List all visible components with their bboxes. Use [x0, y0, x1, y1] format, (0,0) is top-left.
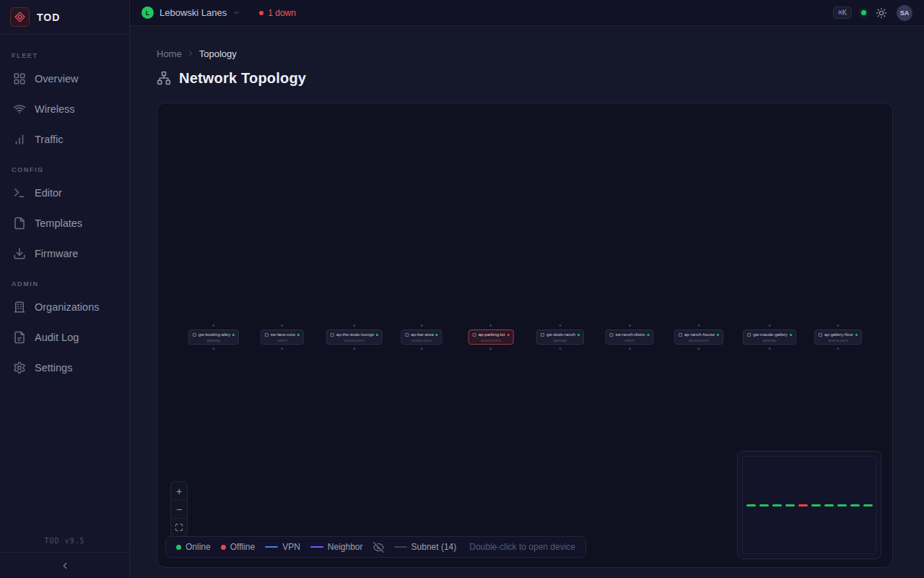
node-port-handle [490, 348, 492, 350]
terminal-icon [13, 186, 26, 199]
topology-node[interactable]: ap-parking-lotaccess point [468, 329, 514, 345]
topology-node[interactable]: gw-dude-ranchgateway [536, 329, 584, 345]
node-port-handle [281, 348, 283, 350]
topology-legend: Online Offline VPN Neighbor [165, 536, 586, 558]
chevron-right-icon [186, 49, 195, 58]
sidebar-item-settings[interactable]: Settings [7, 353, 122, 383]
minimap[interactable] [737, 451, 881, 559]
theme-toggle-sun-icon[interactable] [876, 7, 887, 19]
breadcrumb-home-link[interactable]: Home [157, 48, 182, 59]
topbar-actions: ⌘K SA [833, 5, 912, 21]
topology-node[interactable]: gw-bowling-alleygateway [188, 329, 239, 345]
node-status-dot [790, 334, 792, 336]
fit-view-button[interactable] [171, 518, 187, 536]
device-icon [265, 333, 269, 337]
device-icon [473, 333, 476, 337]
devices-down-badge[interactable]: 1 down [259, 8, 296, 18]
topology-node[interactable]: ap-the-dude-loungeaccess point [326, 329, 383, 345]
topology-node[interactable]: gw-maude-gallerygateway [743, 329, 796, 345]
node-status-dot [717, 334, 719, 336]
section-label-config: CONFIG [12, 166, 118, 173]
sidebar-collapse-button[interactable] [0, 552, 129, 578]
topology-node[interactable]: ap-gallery-flooraccess point [814, 329, 862, 345]
breadcrumb: Home Topology [157, 48, 893, 59]
node-type: gateway [554, 338, 567, 342]
legend-online-label: Online [186, 542, 211, 552]
node-status-dot [436, 334, 438, 336]
page-header: Network Topology [157, 68, 893, 88]
node-label: ap-ranch-house [684, 332, 715, 337]
node-port-handle [837, 324, 840, 327]
sidebar-item-firmware[interactable]: Firmware [7, 238, 122, 269]
wifi-icon [13, 103, 26, 116]
sidebar-item-organizations[interactable]: Organizations [7, 292, 122, 322]
device-icon [405, 333, 409, 337]
node-port-handle [490, 324, 492, 327]
offline-dot-icon [259, 11, 263, 15]
user-avatar[interactable]: SA [897, 5, 912, 21]
zoom-controls: + − [170, 481, 188, 537]
node-label: sw-lane-core [271, 332, 295, 337]
node-port-handle [559, 324, 562, 327]
sidebar-footer: TOD v9.5 [0, 532, 129, 578]
logo-button[interactable]: TOD [0, 0, 129, 35]
node-type: access point [689, 338, 709, 342]
node-status-dot [855, 334, 858, 336]
legend-vpn-label: VPN [282, 542, 300, 552]
node-port-handle [559, 348, 562, 350]
sidebar-item-label: Templates [35, 217, 82, 229]
node-status-dot [648, 334, 650, 336]
node-type: switch [624, 338, 635, 342]
sidebar-item-templates[interactable]: Templates [7, 208, 122, 238]
topology-canvas[interactable]: gw-bowling-alleygatewaysw-lane-coreswitc… [157, 103, 893, 568]
devices-down-count: 1 down [268, 8, 296, 18]
section-label-admin: ADMIN [12, 280, 118, 288]
node-port-handle [837, 348, 840, 350]
sidebar-item-traffic[interactable]: Traffic [7, 124, 122, 155]
zoom-in-button[interactable]: + [171, 482, 187, 500]
device-icon [541, 333, 544, 337]
device-icon [819, 333, 822, 337]
toggle-subnet-visibility-button[interactable] [373, 542, 384, 553]
org-name: Lebowski Lanes [160, 7, 227, 18]
node-port-handle [212, 324, 214, 327]
command-palette-shortcut[interactable]: ⌘K [833, 7, 852, 19]
topology-node[interactable]: sw-lane-coreswitch [261, 329, 304, 345]
building-icon [13, 301, 26, 314]
legend-online: Online [176, 542, 211, 552]
sidebar-item-overview[interactable]: Overview [7, 64, 122, 94]
node-type: gateway [207, 338, 221, 342]
app-version: TOD v9.5 [0, 532, 129, 552]
sidebar-item-audit-log[interactable]: Audit Log [7, 322, 122, 353]
sidebar-item-editor[interactable]: Editor [7, 178, 122, 208]
sidebar-item-wireless[interactable]: Wireless [7, 94, 122, 124]
org-avatar: L [141, 7, 154, 19]
eye-off-icon [373, 542, 384, 553]
download-icon [13, 247, 26, 260]
node-port-handle [354, 348, 356, 350]
legend-offline: Offline [221, 542, 255, 552]
breadcrumb-current: Topology [199, 48, 237, 59]
offline-dot-icon [221, 545, 226, 550]
node-port-handle [420, 348, 422, 350]
main-content: Home Topology Network Topology gw-bowlin… [130, 26, 924, 578]
legend-subnet-label: Subnet (14) [411, 542, 457, 552]
network-topology-icon [157, 71, 171, 85]
sidebar-item-label: Wireless [35, 103, 75, 115]
legend-subnet: Subnet (14) [394, 542, 457, 552]
maximize-icon [175, 523, 183, 532]
topology-node[interactable]: sw-ranch-distroswitch [605, 329, 653, 345]
topology-node[interactable]: ap-bar-areaaccess point [401, 329, 442, 345]
topology-node[interactable]: ap-ranch-houseaccess point [674, 329, 723, 345]
org-switcher[interactable]: L Lebowski Lanes [141, 7, 240, 19]
node-status-dot [507, 334, 509, 336]
chevron-down-icon [232, 9, 240, 17]
node-port-handle [628, 348, 630, 350]
node-label: ap-bar-area [411, 332, 433, 337]
gear-icon [13, 361, 26, 374]
system-status-dot [861, 10, 866, 15]
legend-neighbor: Neighbor [310, 542, 363, 552]
node-port-handle [698, 348, 700, 350]
topbar: L Lebowski Lanes 1 down ⌘K SA [130, 0, 924, 26]
zoom-out-button[interactable]: − [171, 500, 187, 518]
